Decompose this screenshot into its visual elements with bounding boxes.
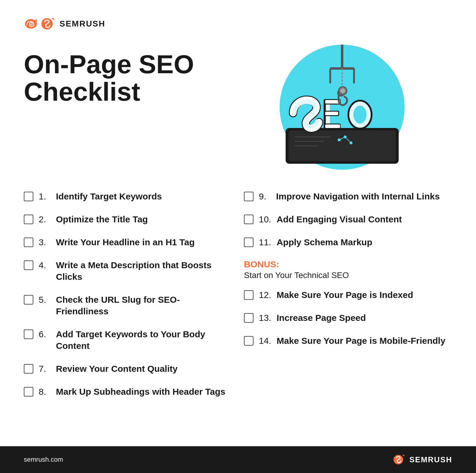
item-number: 12. [259,289,271,301]
checkbox[interactable] [244,192,253,201]
item-number: 9. [259,191,271,202]
item-number: 3. [39,236,51,248]
footer-logo-icon [393,455,406,465]
checklist-left: 1. Identify Target Keywords 2. Optimize … [24,191,226,409]
logo: SEMRUSH [24,18,452,30]
checkbox[interactable] [244,290,253,300]
item-text: Make Sure Your Page is Mobile-Friendly [277,335,445,346]
checkbox[interactable] [24,260,33,270]
list-item: 6. Add Target Keywords to Your Body Cont… [24,328,226,352]
list-item: 10. Add Engaging Visual Content [244,213,452,225]
checkbox[interactable] [24,330,33,339]
list-item: 12. Make Sure Your Page is Indexed [244,289,452,301]
item-text: Increase Page Speed [277,312,366,324]
list-item: 3. Write Your Headline in an H1 Tag [24,236,226,248]
svg-rect-21 [325,112,338,115]
item-text: Mark Up Subheadings with Header Tags [56,386,226,397]
item-text: Review Your Content Quality [56,363,178,374]
item-number: 2. [39,213,51,225]
semrush-logo-icon [41,18,57,30]
footer-logo: SEMRUSH [393,455,452,465]
checkbox[interactable] [24,387,33,396]
item-number: 10. [259,213,271,225]
checkbox[interactable] [24,295,33,305]
footer-logo-text: SEMRUSH [409,455,452,464]
item-number: 8. [39,386,51,397]
item-number: 7. [39,363,51,374]
list-item: 11. Apply Schema Markup [244,236,452,248]
item-text: Make Sure Your Page is Indexed [277,289,413,301]
list-item: 14. Make Sure Your Page is Mobile-Friend… [244,335,452,346]
item-text: Add Target Keywords to Your Body Content [56,328,226,352]
item-number: 14. [259,335,271,346]
bonus-subtitle: Start on Your Technical SEO [244,271,452,280]
list-item: 2. Optimize the Title Tag [24,213,226,225]
item-text: Write a Meta Description that Boosts Cli… [56,259,226,282]
item-text: Write Your Headline in an H1 Tag [56,236,195,248]
item-number: 5. [39,294,51,305]
item-number: 11. [259,236,271,248]
checkbox[interactable] [244,313,253,323]
bonus-label: BONUS: [244,259,452,269]
logo-text: SEMRUSH [60,19,105,29]
page-title: On-Page SEO Checklist [24,51,226,106]
svg-point-35 [340,88,345,93]
checkbox[interactable] [244,336,253,346]
checkbox[interactable] [244,215,253,224]
item-text: Check the URL Slug for SEO-Friendliness [56,294,226,317]
item-number: 1. [39,191,51,202]
list-item: 7. Review Your Content Quality [24,363,226,374]
svg-rect-23 [325,124,340,128]
list-item: 4. Write a Meta Description that Boosts … [24,259,226,282]
item-text: Add Engaging Visual Content [277,213,402,225]
checklist-right: 9. Improve Navigation with Internal Link… [226,191,452,409]
footer-url: semrush.com [24,456,63,463]
list-item: 9. Improve Navigation with Internal Link… [244,191,452,202]
item-number: 13. [259,312,271,324]
item-text: Apply Schema Markup [277,236,372,248]
checkbox[interactable] [24,238,33,247]
item-text: Optimize the Title Tag [56,213,148,225]
checkbox[interactable] [24,192,33,201]
svg-point-2 [30,23,32,25]
list-item: 1. Identify Target Keywords [24,191,226,202]
svg-point-27 [353,106,367,124]
item-number: 4. [39,259,51,271]
list-item: 5. Check the URL Slug for SEO-Friendline… [24,294,226,317]
footer: semrush.com SEMRUSH [0,446,476,473]
list-item: 13. Increase Page Speed [244,312,452,324]
checkbox[interactable] [24,364,33,374]
bonus-section: BONUS: Start on Your Technical SEO [244,259,452,280]
checkbox[interactable] [24,215,33,224]
hero-illustration [226,45,452,182]
list-item: 8. Mark Up Subheadings with Header Tags [24,386,226,397]
item-number: 6. [39,328,51,340]
semrush-logo-icon [24,18,38,29]
item-text: Identify Target Keywords [56,191,162,202]
checkbox[interactable] [244,238,253,247]
item-text: Improve Navigation with Internal Links [276,191,440,202]
